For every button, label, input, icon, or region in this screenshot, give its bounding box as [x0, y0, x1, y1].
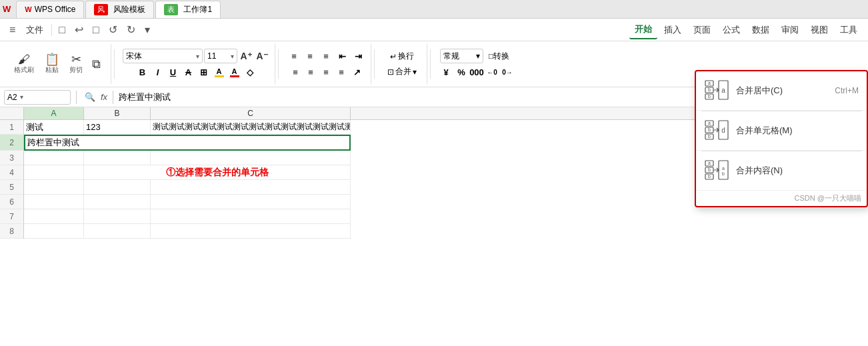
cell-c8[interactable] [151, 224, 351, 239]
formula-divider2 [113, 91, 113, 104]
border-button[interactable]: ⊞ [197, 65, 211, 79]
cell-a5[interactable] [24, 180, 84, 195]
tab-risk[interactable]: 风 风险模板 [85, 1, 154, 18]
sep1 [114, 49, 115, 79]
cell-b8[interactable] [84, 224, 151, 239]
fill-color-icon: A [215, 67, 224, 77]
redo-icon[interactable]: ↻ [123, 21, 139, 39]
row-num-6: 6 [0, 195, 24, 209]
underline-button[interactable]: U [166, 65, 181, 79]
undo-icon[interactable]: ↺ [105, 21, 121, 39]
numfmt-value: 常规 [443, 51, 476, 62]
align-center-btn[interactable]: ≡ [303, 65, 318, 79]
menu-insert[interactable]: 插入 [659, 21, 687, 39]
align-justify-btn[interactable]: ≡ [334, 65, 349, 79]
col-header-c[interactable]: C [151, 107, 351, 119]
print-icon[interactable]: □ [89, 21, 103, 39]
cell-c1[interactable]: 测试测试测试测试测试测试测试测试测试测试测试测试测试测试测试测试测试测试测试测试… [151, 120, 351, 135]
menu-review[interactable]: 审阅 [776, 21, 804, 39]
indent-decrease-btn[interactable]: ⇤ [335, 49, 349, 63]
merge-dropdown-panel: a a b b 合并居中(C) Ctrl+M [695, 107, 868, 207]
menu-page[interactable]: 页面 [688, 21, 716, 39]
menu-view[interactable]: 视图 [805, 21, 833, 39]
decimal-decrease-button[interactable]: 0→ [500, 65, 515, 79]
paste-button[interactable]: 📋 粘贴 [39, 52, 65, 76]
angle-btn[interactable]: ↗ [349, 65, 364, 79]
cell-c5[interactable] [151, 180, 351, 195]
dropdown-arrow-icon[interactable]: ▾ [141, 21, 154, 39]
cell-ref-value: A2 [7, 93, 17, 102]
tab-workbook[interactable]: 表 工作簿1 [155, 1, 221, 18]
cut-button[interactable]: ✂ 剪切 [67, 52, 85, 76]
cell-c3[interactable] [151, 151, 351, 165]
percent-button[interactable]: % [454, 65, 469, 79]
cell-a3[interactable] [24, 151, 84, 165]
cell-a2-merged[interactable]: 跨栏置中测试 [24, 135, 351, 151]
menu-start[interactable]: 开始 [629, 21, 657, 39]
font-top-row: 宋体 ▾ 11 ▾ A⁺ A⁻ [123, 49, 269, 63]
font-size-decrease-button[interactable]: A⁻ [255, 49, 269, 63]
cell-b6[interactable] [84, 195, 151, 209]
menu-data[interactable]: 数据 [747, 21, 775, 39]
cell-b4-annotation: ①选择需要合并的单元格 [84, 165, 351, 180]
svg-text:b: b [708, 174, 711, 179]
cell-a8[interactable] [24, 224, 84, 239]
cell-a7[interactable] [24, 209, 84, 224]
save-icon[interactable]: □ [55, 21, 69, 39]
font-name-selector[interactable]: 宋体 ▾ [123, 49, 203, 63]
align-right-btn[interactable]: ≡ [319, 65, 333, 79]
font-color-button[interactable]: A [227, 65, 242, 79]
clipboard-top: 🖌 格式刷 📋 粘贴 ✂ 剪切 ⧉ [11, 52, 105, 76]
row-num-5: 5 [0, 180, 24, 195]
currency-button[interactable]: ¥ [439, 65, 453, 79]
cell-c7[interactable] [151, 209, 351, 224]
search-formula-icon[interactable]: 🔍 [82, 92, 98, 102]
cell-c6[interactable] [151, 195, 351, 209]
thousands-button[interactable]: 000 [469, 65, 484, 79]
decimal-increase-button[interactable]: ←0 [485, 65, 499, 79]
hamburger-icon[interactable]: ≡ [5, 21, 19, 39]
cell-a6[interactable] [24, 195, 84, 209]
merge-button[interactable]: ⊡ 合并 ▾ [383, 64, 421, 79]
strikethrough-button[interactable]: A [181, 65, 196, 79]
tab-wps-office[interactable]: W WPS Office [16, 1, 84, 18]
row-num-4: 4 [0, 165, 24, 180]
format-painter-button[interactable]: 🖌 格式刷 [11, 52, 37, 76]
merge-content-item[interactable]: a b a b b 合并内容(N) [696, 151, 867, 191]
merge-container: ⊡ 合并 ▾ [383, 64, 421, 79]
align-bottom-btn[interactable]: ≡ [319, 49, 333, 63]
col-header-b[interactable]: B [84, 107, 151, 119]
font-size-increase-button[interactable]: A⁺ [239, 49, 253, 63]
align-top-btn[interactable]: ≡ [287, 49, 301, 63]
menu-file[interactable]: 文件 [21, 21, 49, 39]
clear-button[interactable]: ◇ [243, 65, 257, 79]
cell-b1[interactable]: 123 [84, 120, 151, 135]
merge-cells-item[interactable]: d a b b 合并单元格(M) [696, 111, 867, 151]
copy-button[interactable]: ⧉ [87, 57, 105, 71]
menu-formula[interactable]: 公式 [717, 21, 745, 39]
wrap-button[interactable]: ↵ 换行 [386, 49, 418, 64]
align-left-btn[interactable]: ≡ [288, 65, 303, 79]
align-middle-btn[interactable]: ≡ [303, 49, 317, 63]
italic-button[interactable]: I [151, 65, 165, 79]
svg-text:d: d [721, 127, 725, 134]
col-header-a[interactable]: A [24, 107, 84, 119]
cell-b3[interactable] [84, 151, 151, 165]
cell-b7[interactable] [84, 209, 151, 224]
cell-a1[interactable]: 测试 [24, 120, 84, 135]
undo2-icon[interactable]: ↩ [71, 21, 87, 39]
cell-a4[interactable] [24, 165, 84, 180]
font-name-value: 宋体 [126, 51, 196, 62]
copy-icon: ⧉ [92, 58, 101, 70]
font-size-selector[interactable]: 11 ▾ [204, 49, 237, 63]
convert-button[interactable]: □ 转换 [485, 49, 513, 63]
convert-icon: □ [489, 51, 493, 61]
menu-tools[interactable]: 工具 [835, 21, 863, 39]
indent-increase-btn[interactable]: ⇥ [351, 49, 365, 63]
bold-button[interactable]: B [135, 65, 150, 79]
numfmt-selector[interactable]: 常规 ▾ [440, 49, 483, 63]
cell-ref-box[interactable]: A2 ▾ [4, 90, 71, 105]
cell-b5[interactable] [84, 180, 151, 195]
menu-bar: ≡ 文件 □ ↩ □ ↺ ↻ ▾ 开始 插入 页面 公式 数据 审阅 视图 工具 [0, 19, 868, 41]
fill-color-button[interactable]: A [212, 65, 227, 79]
